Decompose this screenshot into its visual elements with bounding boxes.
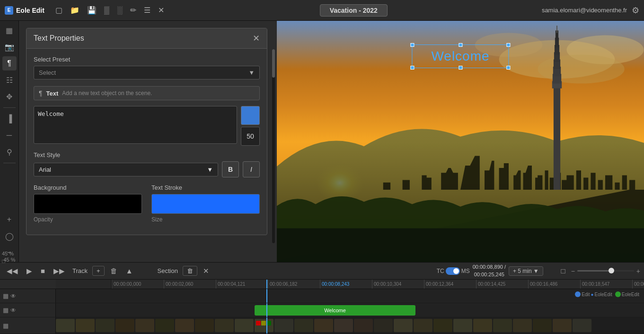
list-item [394,319,413,332]
panel-scrollbar[interactable] [272,49,275,243]
timeline-toolbar: ◀◀ ▶ ■ ▶▶ Track + 🗑 ▲ Section 🗑 ✕ TC MS … [0,263,644,280]
welcome-text-clip[interactable]: Welcome [255,305,415,316]
font-select-dropdown[interactable]: Arial ▼ [34,163,218,176]
add-time-button[interactable]: + 5 min ▼ [509,266,543,276]
list-item [493,319,512,332]
sidebar-item-circle[interactable]: ◯ [2,229,17,243]
sidebar-item-text[interactable]: ¶ [2,56,17,70]
open-file-icon[interactable]: 📁 [69,4,81,16]
wm-1-label: Edit [582,292,590,297]
panel-area: Text Properties ✕ Select Preset Select ▼… [19,21,277,262]
stroke-group: Text Stroke Size [151,184,260,223]
background-color-swatch[interactable] [34,194,142,214]
track-1-eye-icon[interactable]: 👁 [10,293,16,299]
select-preset-label: Select Preset [34,56,260,63]
list-item [135,319,154,332]
delete-track-button[interactable]: 🗑 [107,265,120,276]
wm-3-icon [615,291,621,297]
export-out-icon[interactable]: ░ [115,5,124,16]
list-icon[interactable]: ☰ [142,4,152,16]
panel-header: Text Properties ✕ [26,28,267,49]
list-item [374,319,393,332]
timeline-ruler: 00:00:00,000 00:00:02,060 00:00:04,121 0… [0,280,644,289]
sidebar-item-menu[interactable]: ─ [2,128,17,142]
clip-label: Welcome [324,308,346,313]
add-track-button[interactable]: + [92,266,105,276]
handle-bottom-left[interactable] [410,66,414,70]
ruler-mark-9: 00:00:18,547 [580,280,632,289]
topbar: E Eole Edit ▢ 📁 💾 ▒ ░ ✏ ☰ ✕ Vacation - 2… [0,0,644,21]
handle-top-middle[interactable] [459,43,462,47]
stroke-color-swatch[interactable] [151,194,260,214]
sidebar-item-grid[interactable]: ▦ [2,23,17,37]
watermark-2-label: EoleEdit [595,292,612,297]
tc-label: TC [437,268,444,274]
section-close-button[interactable]: ✕ [200,265,212,277]
export-in-icon[interactable]: ▒ [103,5,111,16]
handle-bottom-middle[interactable] [459,66,462,70]
main-content: ▦ 📷 ¶ ☷ ✥ ▐ ─ ⚲ + ◯ − Text Properties ✕ … [0,21,644,262]
track-2-eye-icon[interactable]: 👁 [10,307,16,314]
go-to-start-button[interactable]: ◀◀ [4,265,21,277]
welcome-text-display: Welcome [431,49,489,63]
play-button[interactable]: ▶ [24,265,35,277]
panel-close-button[interactable]: ✕ [253,33,260,44]
save-icon[interactable]: 💾 [86,4,98,16]
text-para-icon: ¶ [39,89,43,97]
track-3-controls: ▦ 👁 [0,317,56,334]
handle-top-left[interactable] [410,43,414,47]
font-size-input[interactable] [241,127,260,146]
bold-button[interactable]: B [222,161,239,177]
edit-icon[interactable]: ✏ [129,4,138,16]
svg-point-4 [538,54,625,83]
move-up-button[interactable]: ▲ [123,265,136,276]
app-name: Eole Edit [16,7,44,14]
sidebar-item-sliders[interactable]: ☷ [2,73,17,87]
go-to-end-button[interactable]: ▶▶ [51,265,68,277]
sidebar-item-search[interactable]: ⚲ [2,145,17,159]
watermark-1: Edit [575,291,590,297]
sidebar-item-zoom-in[interactable]: + [2,212,17,227]
text-color-swatch[interactable] [241,106,260,125]
list-item [96,319,115,332]
video-preview: Welcome [277,21,644,262]
fit-zoom-button[interactable]: □ [558,265,568,276]
tc-ms-toggle[interactable] [446,267,460,275]
settings-icon[interactable]: ⚙ [632,5,639,16]
list-item [354,319,373,332]
track-3-content[interactable] [56,317,644,334]
list-item [553,319,572,332]
text-content-input[interactable]: Welcome [34,106,237,144]
fit-window-icon[interactable]: □ [2,258,14,264]
track-2-content[interactable]: Welcome [56,303,644,317]
wm-3-label: EoleEdit [622,292,639,297]
sidebar-item-scale[interactable]: ✥ [2,89,17,104]
text-tooltip-label: Text [46,90,59,97]
sidebar-item-image[interactable]: 📷 [2,40,17,54]
list-item [414,319,432,332]
project-title[interactable]: Vacation - 2022 [320,4,388,17]
zoom-in-icon[interactable]: + [636,267,640,275]
timeline-area: 45 % ◀◀ ▶ ■ ▶▶ Track + 🗑 ▲ Section 🗑 ✕ T… [0,262,644,334]
size-label: Size [151,216,162,223]
italic-button[interactable]: I [243,161,260,177]
sidebar-item-align[interactable]: ▐ [2,112,17,126]
zoom-out-icon[interactable]: − [571,267,575,275]
track-1-content[interactable]: Edit ● EoleEdit EoleEdit [56,289,644,303]
preview-canvas: Welcome [277,21,644,262]
text-style-group: Text Style Arial ▼ B I [34,151,260,177]
add-section-button[interactable]: 🗑 [183,266,197,276]
stop-button[interactable]: ■ [38,265,48,276]
section-label: Section [158,267,178,274]
welcome-text-overlay[interactable]: Welcome [412,44,509,68]
handle-bottom-right[interactable] [507,66,511,70]
app-logo: E Eole Edit [5,6,44,15]
text-tooltip-desc: Add a new text object on the scene. [62,90,152,97]
new-file-icon[interactable]: ▢ [54,4,64,16]
list-item [255,319,273,332]
zoom-slider[interactable] [577,270,634,272]
ruler-mark-3: 00:00:06,182 [268,280,320,289]
close-icon[interactable]: ✕ [157,4,166,16]
handle-top-right[interactable] [507,43,511,47]
select-preset-dropdown[interactable]: Select ▼ [34,66,260,79]
